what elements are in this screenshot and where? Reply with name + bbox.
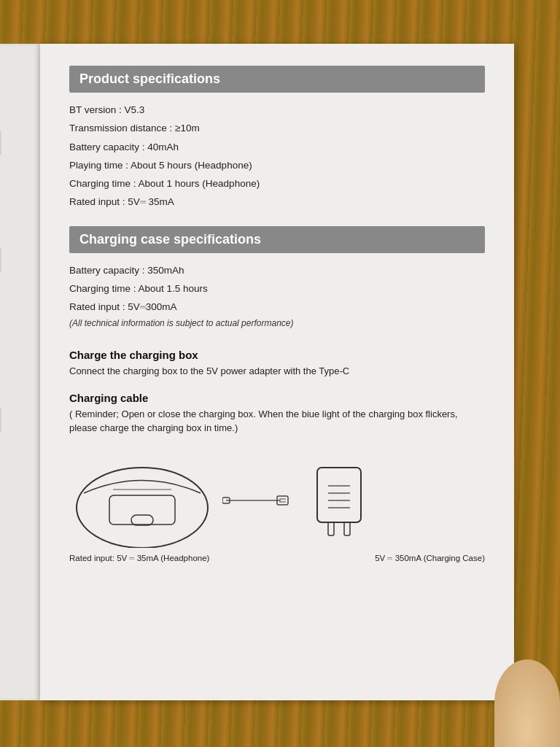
spec-playing-time: Playing time : About 5 hours (Headphone) xyxy=(69,158,485,173)
instruction-title-1: Charge the charging box xyxy=(69,349,485,361)
instruction-cable: Charging cable ( Reminder; Open or close… xyxy=(69,392,485,436)
case-rated-input: Rated input : 5V⎓300mA xyxy=(69,300,485,314)
disclaimer-text: (All technical information is subject to… xyxy=(69,318,485,328)
product-specs-section: Product specifications BT version : V5.3… xyxy=(69,66,485,210)
spec-label: Rated input : 5V⎓ 35mA xyxy=(69,196,174,207)
svg-rect-11 xyxy=(344,522,350,535)
spec-label: Playing time : About 5 hours (Headphone) xyxy=(69,160,252,171)
case-specs-section: Charging case specifications Battery cap… xyxy=(69,226,485,329)
instruction-title-2: Charging cable xyxy=(69,392,485,404)
instruction-charge-box: Charge the charging box Connect the char… xyxy=(69,349,485,379)
paper-document: Product specifications BT version : V5.3… xyxy=(40,44,514,700)
svg-rect-9 xyxy=(317,468,361,522)
ear-tab-1 xyxy=(0,131,1,155)
spec-label: Transmission distance : ≥10m xyxy=(69,123,200,133)
finger-thumb xyxy=(494,659,560,747)
diagram-label-right: 5V ⎓ 350mA (Charging Case) xyxy=(375,554,485,562)
product-specs-header: Product specifications xyxy=(69,66,485,93)
paper-left-edge xyxy=(0,44,40,700)
case-specs-header: Charging case specifications xyxy=(69,226,485,253)
spec-rated-input: Rated input : 5V⎓ 35mA xyxy=(69,195,485,209)
spec-bt-version: BT version : V5.3 xyxy=(69,103,485,117)
diagram-label-left: Rated input: 5V ⎓ 35mA (Headphone) xyxy=(69,554,209,562)
spec-label: Charging time : About 1 hours (Headphone… xyxy=(69,178,260,189)
charging-case-svg xyxy=(69,453,215,548)
spec-value: V5.3 xyxy=(125,104,145,115)
spec-transmission: Transmission distance : ≥10m xyxy=(69,121,485,136)
ear-tab-3 xyxy=(0,409,1,432)
cable-svg xyxy=(222,489,295,511)
instruction-body-1: Connect the charging box to the 5V power… xyxy=(69,364,485,379)
svg-point-0 xyxy=(77,468,208,548)
spec-battery: Battery capacity : 40mAh xyxy=(69,140,485,155)
ear-tab-2 xyxy=(0,248,1,271)
spec-label: BT version : xyxy=(69,104,125,115)
spec-charging-time: Charging time : About 1 hours (Headphone… xyxy=(69,177,485,191)
case-charging-time: Charging time : About 1.5 hours xyxy=(69,282,485,296)
adapter-svg xyxy=(303,457,376,544)
case-battery: Battery capacity : 350mAh xyxy=(69,263,485,278)
diagram-area xyxy=(69,453,485,548)
svg-rect-2 xyxy=(131,515,153,525)
diagram-labels: Rated input: 5V ⎓ 35mA (Headphone) 5V ⎓ … xyxy=(69,554,485,562)
instruction-body-2: ( Reminder; Open or close the charging b… xyxy=(69,407,485,436)
svg-rect-1 xyxy=(109,495,175,525)
spec-label: Battery capacity : 40mAh xyxy=(69,142,179,152)
svg-rect-10 xyxy=(328,522,334,535)
